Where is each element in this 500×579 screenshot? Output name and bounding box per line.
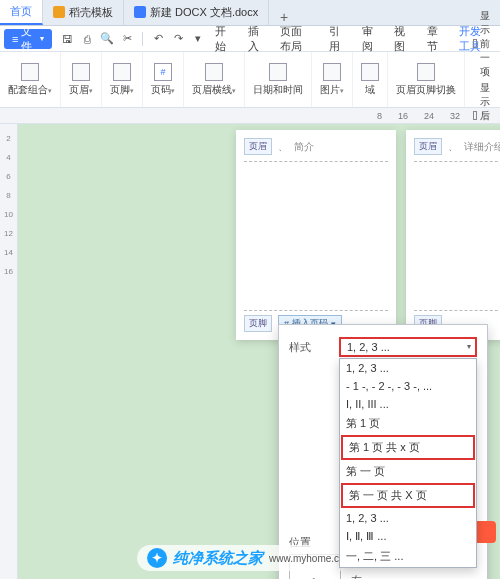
header-tag: 页眉	[244, 138, 272, 155]
chevron-down-icon: ▾	[130, 87, 134, 94]
header-text: 简介	[294, 140, 314, 154]
header-separator: 、	[278, 140, 288, 154]
group-field-label: 域	[365, 83, 375, 97]
file-menu-button[interactable]: ≡ 文件 ▾	[4, 29, 52, 49]
group-pagenumber-label: 页码	[151, 84, 171, 95]
left-label: 左	[351, 573, 362, 579]
style-dropdown-list: 1, 2, 3 ... - 1 -, - 2 -, - 3 -, ... I, …	[339, 358, 477, 568]
ribbon-tab-review[interactable]: 审阅	[354, 26, 386, 52]
style-value: 1, 2, 3 ...	[347, 341, 390, 353]
style-option-highlight[interactable]: 第 1 页 共 x 页	[341, 435, 475, 460]
horizontal-ruler[interactable]: 8 16 24 32	[0, 108, 500, 124]
tab-home[interactable]: 首页	[0, 0, 43, 25]
ruler-mark: 8	[6, 191, 10, 200]
print-icon[interactable]: ⎙	[80, 32, 94, 46]
header-text: 详细介绍	[464, 140, 500, 154]
group-header[interactable]: 页眉▾	[61, 52, 102, 107]
header-separator: 、	[448, 140, 458, 154]
style-option[interactable]: 一, 二, 三 ...	[340, 546, 476, 567]
tab-document-label: 新建 DOCX 文档.docx	[150, 5, 258, 20]
next-icon	[473, 111, 477, 120]
ruler-mark: 4	[6, 153, 10, 162]
style-option[interactable]: 第 1 页	[340, 413, 476, 434]
group-datetime[interactable]: 日期和时间	[245, 52, 312, 107]
headerline-icon	[205, 63, 223, 81]
style-option[interactable]: I, II, III ...	[340, 395, 476, 413]
watermark: ✦ 纯净系统之家 www.myhome.com	[137, 545, 363, 571]
prev-icon	[473, 39, 477, 48]
style-option[interactable]: 第 一 页	[340, 461, 476, 482]
tab-template-label: 稻壳模板	[69, 5, 113, 20]
chevron-down-icon: ▾	[467, 342, 471, 351]
header-icon	[72, 63, 90, 81]
ruler-mark: 14	[4, 248, 13, 257]
ribbon-tab-view[interactable]: 视图	[386, 26, 418, 52]
group-combo-label: 配套组合	[8, 84, 48, 95]
ribbon-tab-layout[interactable]: 页面布局	[272, 26, 321, 52]
ruler-mark: 8	[377, 111, 382, 121]
group-headerline[interactable]: 页眉横线▾	[184, 52, 245, 107]
style-option[interactable]: - 1 -, - 2 -, - 3 -, ...	[340, 377, 476, 395]
file-menu-label: 文件	[21, 24, 37, 54]
watermark-brand: 纯净系统之家	[173, 549, 263, 568]
style-option[interactable]: Ⅰ, Ⅱ, Ⅲ ...	[340, 527, 476, 546]
chevron-down-icon: ▾	[48, 87, 52, 94]
watermark-logo-icon: ✦	[147, 548, 167, 568]
ruler-mark: 2	[6, 134, 10, 143]
tab-document[interactable]: 新建 DOCX 文档.docx	[124, 0, 269, 25]
show-previous-button[interactable]: 显示前一项	[473, 9, 495, 79]
group-header-label: 页眉	[69, 84, 89, 95]
ribbon-hf-tools: 配套组合▾ 页眉▾ 页脚▾ # 页码▾ 页眉横线▾ 日期和时间 图片▾ 域 页眉…	[0, 52, 500, 108]
ribbon-tabs: 开始 插入 页面布局 引用 审阅 视图 章节 开发工具	[207, 26, 500, 52]
ribbon-tab-reference[interactable]: 引用	[321, 26, 353, 52]
group-combo[interactable]: 配套组合▾	[0, 52, 61, 107]
page-header-area[interactable]: 页眉 、 详细介绍	[414, 138, 500, 162]
chevron-down-icon: ▾	[40, 34, 44, 43]
ruler-mark: 24	[424, 111, 434, 121]
chevron-down-icon: ▾	[89, 87, 93, 94]
page-preview-2[interactable]: 页眉 、 详细介绍 页脚	[406, 130, 500, 340]
chevron-down-icon: ▾	[171, 87, 175, 94]
group-pagenumber[interactable]: # 页码▾	[143, 52, 184, 107]
group-picture-label: 图片	[320, 84, 340, 95]
footer-tag: 页脚	[244, 315, 272, 332]
header-tag: 页眉	[414, 138, 442, 155]
group-field[interactable]: 域	[353, 52, 388, 107]
field-icon	[361, 63, 379, 81]
menu-icon: ≡	[12, 33, 18, 45]
datetime-icon	[269, 63, 287, 81]
template-icon	[53, 6, 65, 18]
document-canvas[interactable]: 2 4 6 8 10 12 14 16 页眉 、 简介 页脚 # 插入页码 ▾ …	[0, 124, 500, 579]
redo-icon[interactable]: ↷	[171, 32, 185, 46]
ribbon-tab-insert[interactable]: 插入	[240, 26, 272, 52]
group-headerline-label: 页眉横线	[192, 84, 232, 95]
footer-icon	[113, 63, 131, 81]
ruler-mark: 16	[4, 267, 13, 276]
style-option-highlight[interactable]: 第 一 页 共 X 页	[341, 483, 475, 508]
ribbon-tab-start[interactable]: 开始	[207, 26, 239, 52]
group-hf-switch[interactable]: 页眉页脚切换	[388, 52, 465, 107]
ribbon-tab-section[interactable]: 章节	[419, 26, 451, 52]
ruler-mark: 6	[6, 172, 10, 181]
tab-home-label: 首页	[10, 4, 32, 19]
style-option[interactable]: 1, 2, 3 ...	[340, 509, 476, 527]
quick-access-toolbar: 🖫 ⎙ 🔍 ✂ ↶ ↷ ▾	[60, 32, 205, 46]
qat-more-icon[interactable]: ▾	[191, 32, 205, 46]
picture-icon	[323, 63, 341, 81]
page-header-area[interactable]: 页眉 、 简介	[244, 138, 388, 162]
page-preview-1[interactable]: 页眉 、 简介 页脚 # 插入页码 ▾	[236, 130, 396, 340]
style-label: 样式	[289, 340, 333, 355]
save-icon[interactable]: 🖫	[60, 32, 74, 46]
preview-icon[interactable]: 🔍	[100, 32, 114, 46]
vertical-ruler[interactable]: 2 4 6 8 10 12 14 16	[0, 124, 18, 579]
style-option[interactable]: 1, 2, 3 ...	[340, 359, 476, 377]
group-picture[interactable]: 图片▾	[312, 52, 353, 107]
undo-icon[interactable]: ↶	[151, 32, 165, 46]
style-dropdown[interactable]: 1, 2, 3 ... ▾ 1, 2, 3 ... - 1 -, - 2 -, …	[339, 337, 477, 357]
group-footer[interactable]: 页脚▾	[102, 52, 143, 107]
pagenumber-popup: 样式 1, 2, 3 ... ▾ 1, 2, 3 ... - 1 -, - 2 …	[278, 324, 488, 579]
pagenumber-icon: #	[154, 63, 172, 81]
tab-template[interactable]: 稻壳模板	[43, 0, 124, 25]
group-navigate: 显示前一项 显示后一项	[465, 52, 500, 107]
cut-icon[interactable]: ✂	[120, 32, 134, 46]
